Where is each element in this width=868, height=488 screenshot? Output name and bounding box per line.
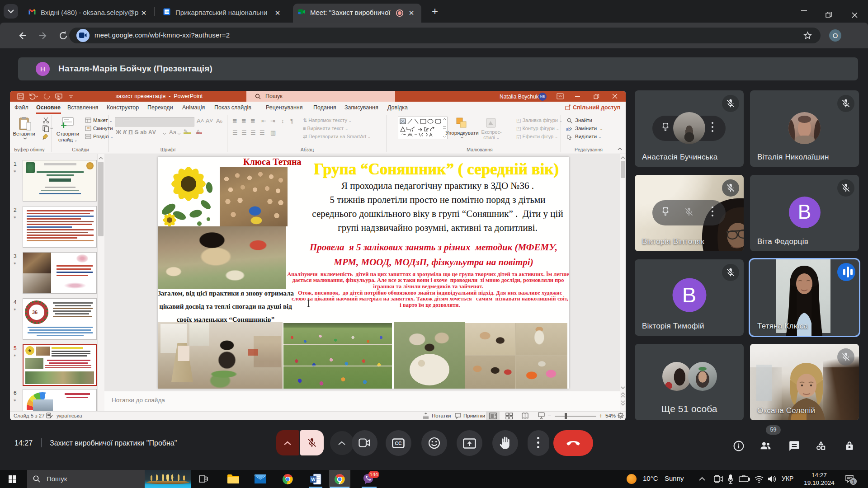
svg-text:19: 19 — [165, 10, 169, 14]
svg-text:W: W — [311, 477, 316, 482]
svg-text:CC: CC — [395, 441, 402, 446]
svg-text:ab: ab — [566, 127, 571, 131]
